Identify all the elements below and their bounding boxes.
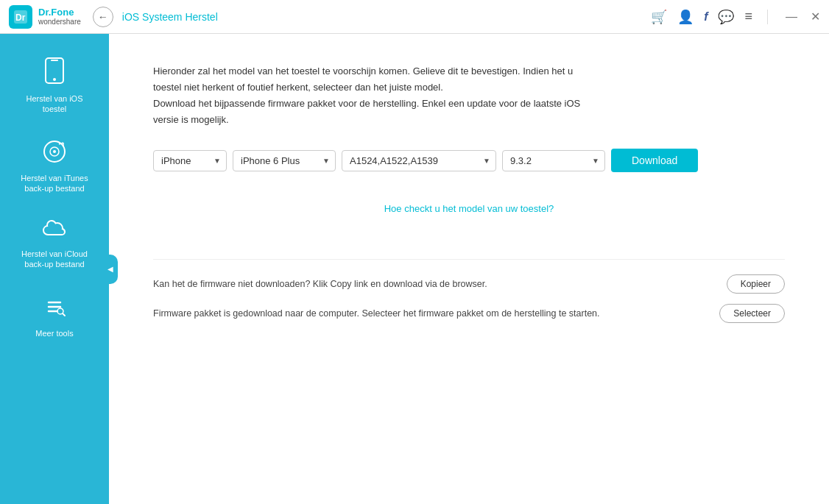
svg-point-7: [53, 150, 56, 153]
sidebar-label-herstel-itunes: Herstel van iTunes back-up bestand: [14, 173, 95, 194]
svg-rect-3: [51, 60, 58, 61]
divider: [767, 10, 768, 24]
titlebar-actions: 🛒 👤 f 💬 ≡ — ✕: [651, 9, 820, 25]
kopieer-button[interactable]: Kopieer: [727, 274, 785, 294]
version-select[interactable]: 9.3.2 9.3.1 9.3 9.2.1: [502, 150, 605, 171]
svg-point-4: [53, 78, 56, 81]
close-button[interactable]: ✕: [811, 10, 820, 24]
chat-icon[interactable]: 💬: [718, 9, 734, 25]
model-check-link-row: Hoe checkt u het model van uw toestel?: [153, 202, 785, 215]
sidebar-label-meer-tools: Meer tools: [35, 328, 73, 338]
main-layout: Herstel van iOS toestel Herstel van iTun…: [0, 34, 829, 504]
minimize-button[interactable]: —: [786, 10, 797, 24]
copy-link-text: Kan het de firmware niet downloaden? Kli…: [153, 279, 487, 289]
content-area: Hieronder zal het model van het toestel …: [109, 34, 829, 504]
select-firmware-text: Firmware pakket is gedownload naar de co…: [153, 308, 600, 319]
sidebar-label-herstel-ios: Herstel van iOS toestel: [14, 93, 95, 115]
person-icon[interactable]: 👤: [677, 9, 694, 25]
sidebar-collapse-button[interactable]: ◀: [103, 255, 118, 284]
select-firmware-row: Firmware pakket is gedownload naar de co…: [153, 304, 785, 323]
sidebar: Herstel van iOS toestel Herstel van iTun…: [0, 34, 109, 504]
model-selector-wrap: iPhone 6 Plus iPhone 6 iPhone 6s iPhone …: [233, 150, 336, 171]
copy-link-row: Kan het de firmware niet downloaden? Kli…: [153, 274, 785, 294]
svg-text:Dr: Dr: [15, 13, 26, 23]
facebook-icon[interactable]: f: [704, 10, 708, 24]
titlebar: Dr Dr.Fone wondershare ← iOS Systeem Her…: [0, 0, 829, 34]
svg-line-14: [63, 313, 65, 316]
sidebar-item-herstel-itunes[interactable]: Herstel van iTunes back-up bestand: [7, 131, 102, 203]
download-button[interactable]: Download: [611, 149, 698, 172]
menu-icon[interactable]: ≡: [744, 9, 752, 24]
model-number-select[interactable]: A1524,A1522,A1539: [342, 150, 496, 171]
cloud-icon: [41, 219, 68, 244]
bottom-section: Kan het de firmware niet downloaden? Kli…: [153, 259, 785, 323]
logo-text: Dr.Fone wondershare: [38, 7, 81, 27]
logo-icon: Dr: [9, 5, 32, 29]
sidebar-item-herstel-icloud[interactable]: Herstel van iCloud back-up bestand: [7, 210, 102, 279]
model-number-selector-wrap: A1524,A1522,A1539 ▼: [342, 150, 496, 171]
model-select[interactable]: iPhone 6 Plus iPhone 6 iPhone 6s iPhone …: [233, 150, 336, 171]
selecteer-button[interactable]: Selecteer: [719, 304, 785, 323]
model-check-link[interactable]: Hoe checkt u het model van uw toestel?: [384, 203, 554, 214]
back-button[interactable]: ←: [93, 7, 113, 27]
page-title: iOS Systeem Herstel: [122, 11, 651, 23]
cart-icon[interactable]: 🛒: [651, 9, 667, 25]
version-selector-wrap: 9.3.2 9.3.1 9.3 9.2.1 ▼: [502, 150, 605, 171]
device-selector-wrap: iPhone iPad iPod ▼: [153, 150, 227, 171]
tools-icon: [43, 295, 66, 324]
sidebar-label-herstel-icloud: Herstel van iCloud back-up bestand: [14, 249, 95, 270]
app-logo: Dr Dr.Fone wondershare: [9, 5, 81, 29]
info-text: Hieronder zal het model van het toestel …: [153, 63, 785, 128]
sidebar-item-herstel-ios[interactable]: Herstel van iOS toestel: [7, 49, 102, 124]
sidebar-item-meer-tools[interactable]: Meer tools: [7, 286, 102, 347]
selectors-row: iPhone iPad iPod ▼ iPhone 6 Plus iPhone …: [153, 149, 785, 172]
phone-icon: [43, 57, 66, 89]
itunes-icon: [43, 140, 66, 168]
device-select[interactable]: iPhone iPad iPod: [153, 150, 227, 171]
